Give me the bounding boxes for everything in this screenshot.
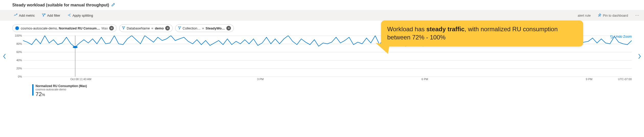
chart-toolbar: Add metric Add filter Apply splitting al… [0, 10, 644, 21]
add-filter-icon [42, 13, 46, 18]
y-tick-label: 60% [12, 50, 22, 54]
chart-next-icon[interactable] [636, 54, 642, 60]
add-metric-button[interactable]: Add metric [12, 12, 36, 19]
alert-rule-button[interactable]: alert rule [576, 13, 592, 18]
remove-filter1-icon[interactable]: ✕ [165, 26, 170, 30]
x-tick-label: 6 PM [421, 78, 428, 81]
pin-dashboard-button[interactable]: Pin to dashboard [596, 12, 629, 19]
annotation-callout: Workload has steady traffic, with normal… [381, 20, 583, 46]
filter-pill-database[interactable]: DatabaseName = demo ✕ [119, 24, 173, 32]
filter-icon [178, 26, 181, 30]
add-filter-button[interactable]: Add filter [40, 12, 62, 19]
add-filter-label: Add filter [47, 14, 60, 17]
filter1-key: DatabaseName [127, 26, 150, 30]
filter2-key: Collection… [183, 26, 201, 30]
metric-aggregation: Max [102, 26, 108, 30]
filter2-value: SteadyWo… [206, 26, 225, 30]
y-tick-label: 40% [12, 59, 22, 62]
y-tick-label: 20% [12, 67, 22, 70]
more-menu-icon[interactable]: ··· [634, 12, 641, 19]
add-metric-icon [14, 13, 17, 18]
remove-filter2-icon[interactable]: ✕ [226, 26, 231, 30]
y-tick-label: 0% [12, 75, 22, 78]
metric-pill-text: cosmos-autoscale-demo, Normalized RU Con… [21, 26, 100, 30]
alert-rule-label: alert rule [578, 14, 591, 17]
remove-metric-icon[interactable]: ✕ [109, 26, 114, 30]
equals-label: = [202, 26, 204, 30]
edit-title-icon[interactable] [111, 3, 115, 7]
legend-unit: % [42, 93, 45, 97]
legend-series-name: Normalized RU Consumption (Max) [36, 84, 87, 88]
filter-pill-collection[interactable]: Collection… = SteadyWo… ✕ [175, 24, 234, 32]
pin-dashboard-label: Pin to dashboard [603, 14, 628, 17]
apply-splitting-button[interactable]: Apply splitting [66, 12, 94, 19]
y-tick-label: 100% [12, 34, 22, 37]
metric-pill[interactable]: cosmos-autoscale-demo, Normalized RU Con… [12, 24, 117, 32]
callout-prefix: Workload has [387, 26, 426, 33]
legend-value: 72 [36, 91, 42, 97]
legend-resource-name: cosmos-autoscale-demo [36, 88, 87, 91]
filter-icon [122, 26, 125, 30]
timezone-label: UTC-07:00 [618, 78, 632, 81]
metric-resource: cosmos-autoscale-demo, [21, 26, 59, 30]
legend-color-swatch [32, 84, 34, 96]
chart-prev-icon[interactable] [2, 54, 8, 60]
x-tick-label: 3 PM [257, 78, 264, 81]
chart-legend: Normalized RU Consumption (Max) cosmos-a… [32, 84, 632, 98]
page-title: Steady workload (suitable for manual thr… [12, 3, 109, 7]
pin-icon [598, 13, 601, 18]
equals-label: = [151, 26, 153, 30]
svg-point-0 [70, 14, 71, 14]
apply-splitting-icon [67, 13, 71, 18]
x-tick-label: Oct 08 11:43 AM [70, 78, 91, 81]
x-tick-label: 9 PM [586, 78, 593, 81]
svg-point-3 [73, 46, 77, 48]
svg-point-1 [70, 16, 71, 16]
cosmos-db-icon [15, 26, 19, 30]
y-tick-label: 80% [12, 42, 22, 45]
add-metric-label: Add metric [19, 14, 35, 17]
filter1-value: demo [155, 26, 164, 30]
metric-name: Normalized RU Consum… [59, 26, 100, 30]
apply-splitting-label: Apply splitting [72, 14, 93, 17]
callout-bold: steady traffic [426, 26, 464, 33]
